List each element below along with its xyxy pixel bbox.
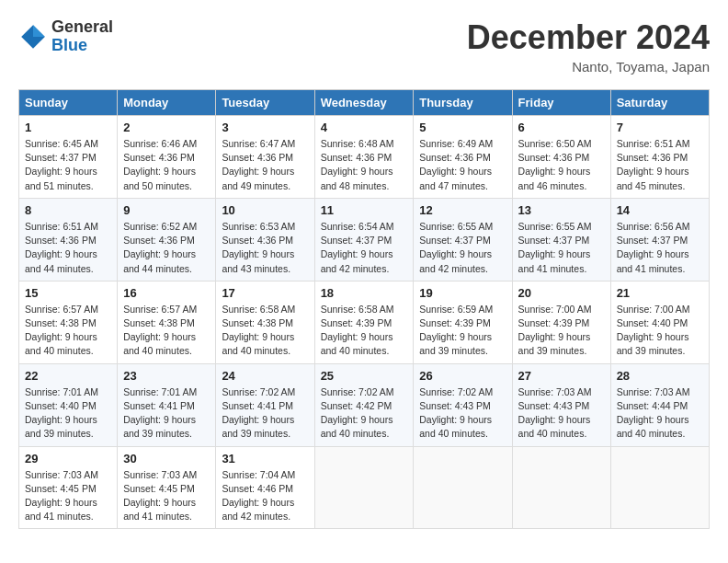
day-info: Sunrise: 7:03 AMSunset: 4:45 PMDaylight:… [25,468,111,524]
day-number: 3 [222,121,308,134]
calendar-week-row: 22Sunrise: 7:01 AMSunset: 4:40 PMDayligh… [19,363,710,446]
day-info: Sunrise: 6:50 AMSunset: 4:36 PMDaylight:… [518,137,605,193]
empty-cell [610,446,709,529]
empty-cell [314,446,414,529]
weekday-header: Wednesday [314,90,414,116]
day-info: Sunrise: 6:46 AMSunset: 4:36 PMDaylight:… [123,137,210,193]
calendar-day-cell: 8Sunrise: 6:51 AMSunset: 4:36 PMDaylight… [19,198,118,281]
day-info: Sunrise: 6:56 AMSunset: 4:37 PMDaylight:… [617,220,703,276]
calendar-day-cell: 30Sunrise: 7:03 AMSunset: 4:45 PMDayligh… [118,446,216,529]
calendar-day-cell: 5Sunrise: 6:49 AMSunset: 4:36 PMDaylight… [414,116,512,199]
calendar-week-row: 15Sunrise: 6:57 AMSunset: 4:38 PMDayligh… [19,281,710,363]
calendar-day-cell: 27Sunrise: 7:03 AMSunset: 4:43 PMDayligh… [512,363,610,446]
day-info: Sunrise: 7:02 AMSunset: 4:41 PMDaylight:… [222,385,308,442]
calendar-day-cell: 29Sunrise: 7:03 AMSunset: 4:45 PMDayligh… [19,446,118,529]
calendar-day-cell: 1Sunrise: 6:45 AMSunset: 4:37 PMDaylight… [19,116,118,199]
day-info: Sunrise: 7:00 AMSunset: 4:39 PMDaylight:… [518,303,605,359]
day-number: 24 [222,369,308,383]
day-info: Sunrise: 6:49 AMSunset: 4:36 PMDaylight:… [419,137,506,193]
day-info: Sunrise: 6:58 AMSunset: 4:38 PMDaylight:… [222,303,308,359]
day-number: 2 [123,121,210,134]
calendar-day-cell: 21Sunrise: 7:00 AMSunset: 4:40 PMDayligh… [610,281,709,363]
day-info: Sunrise: 6:57 AMSunset: 4:38 PMDaylight:… [25,303,111,359]
day-info: Sunrise: 7:01 AMSunset: 4:41 PMDaylight:… [123,385,210,442]
day-number: 21 [617,286,703,300]
day-info: Sunrise: 6:55 AMSunset: 4:37 PMDaylight:… [518,220,605,276]
day-number: 10 [222,203,308,217]
day-number: 13 [518,203,605,217]
calendar-day-cell: 19Sunrise: 6:59 AMSunset: 4:39 PMDayligh… [414,281,512,363]
calendar-week-row: 29Sunrise: 7:03 AMSunset: 4:45 PMDayligh… [19,446,710,529]
calendar-day-cell: 17Sunrise: 6:58 AMSunset: 4:38 PMDayligh… [216,281,314,363]
day-info: Sunrise: 6:54 AMSunset: 4:37 PMDaylight:… [321,220,408,276]
day-number: 5 [419,121,506,134]
day-info: Sunrise: 7:03 AMSunset: 4:43 PMDaylight:… [518,385,605,442]
day-info: Sunrise: 6:55 AMSunset: 4:37 PMDaylight:… [419,220,506,276]
calendar-table: SundayMondayTuesdayWednesdayThursdayFrid… [18,89,710,529]
day-number: 23 [123,369,210,383]
day-number: 16 [123,286,210,300]
day-number: 17 [222,286,308,300]
day-number: 26 [419,369,506,383]
day-info: Sunrise: 7:04 AMSunset: 4:46 PMDaylight:… [222,468,308,524]
calendar-day-cell: 13Sunrise: 6:55 AMSunset: 4:37 PMDayligh… [512,198,610,281]
calendar-header-row: SundayMondayTuesdayWednesdayThursdayFrid… [19,90,710,116]
day-info: Sunrise: 6:58 AMSunset: 4:39 PMDaylight:… [321,303,408,359]
day-info: Sunrise: 6:45 AMSunset: 4:37 PMDaylight:… [25,137,111,193]
day-info: Sunrise: 7:02 AMSunset: 4:43 PMDaylight:… [419,385,506,442]
calendar-day-cell: 3Sunrise: 6:47 AMSunset: 4:36 PMDaylight… [216,116,314,199]
calendar-day-cell: 12Sunrise: 6:55 AMSunset: 4:37 PMDayligh… [414,198,512,281]
day-number: 25 [321,369,408,383]
day-info: Sunrise: 6:59 AMSunset: 4:39 PMDaylight:… [419,303,506,359]
calendar-day-cell: 23Sunrise: 7:01 AMSunset: 4:41 PMDayligh… [118,363,216,446]
day-info: Sunrise: 7:03 AMSunset: 4:45 PMDaylight:… [123,468,210,524]
day-info: Sunrise: 7:02 AMSunset: 4:42 PMDaylight:… [321,385,408,442]
calendar-day-cell: 16Sunrise: 6:57 AMSunset: 4:38 PMDayligh… [118,281,216,363]
calendar-day-cell: 25Sunrise: 7:02 AMSunset: 4:42 PMDayligh… [314,363,414,446]
logo-text: General Blue [51,18,113,55]
day-info: Sunrise: 6:51 AMSunset: 4:36 PMDaylight:… [617,137,703,193]
day-number: 14 [617,203,703,217]
day-number: 15 [25,286,111,300]
day-info: Sunrise: 7:03 AMSunset: 4:44 PMDaylight:… [617,385,703,442]
page-header: General Blue December 2024 Nanto, Toyama… [18,18,710,75]
day-number: 9 [123,203,210,217]
logo-icon [18,22,48,52]
day-number: 11 [321,203,408,217]
svg-marker-1 [33,25,45,37]
title-block: December 2024 Nanto, Toyama, Japan [467,18,710,75]
calendar-day-cell: 14Sunrise: 6:56 AMSunset: 4:37 PMDayligh… [610,198,709,281]
calendar-day-cell: 7Sunrise: 6:51 AMSunset: 4:36 PMDaylight… [610,116,709,199]
calendar-day-cell: 20Sunrise: 7:00 AMSunset: 4:39 PMDayligh… [512,281,610,363]
calendar-day-cell: 6Sunrise: 6:50 AMSunset: 4:36 PMDaylight… [512,116,610,199]
day-number: 31 [222,452,308,465]
empty-cell [512,446,610,529]
day-info: Sunrise: 6:57 AMSunset: 4:38 PMDaylight:… [123,303,210,359]
calendar-day-cell: 26Sunrise: 7:02 AMSunset: 4:43 PMDayligh… [414,363,512,446]
empty-cell [414,446,512,529]
day-info: Sunrise: 6:51 AMSunset: 4:36 PMDaylight:… [25,220,111,276]
weekday-header: Thursday [414,90,512,116]
calendar-day-cell: 2Sunrise: 6:46 AMSunset: 4:36 PMDaylight… [118,116,216,199]
day-number: 12 [419,203,506,217]
day-number: 4 [321,121,408,134]
calendar-day-cell: 28Sunrise: 7:03 AMSunset: 4:44 PMDayligh… [610,363,709,446]
calendar-day-cell: 31Sunrise: 7:04 AMSunset: 4:46 PMDayligh… [216,446,314,529]
day-number: 20 [518,286,605,300]
day-info: Sunrise: 6:47 AMSunset: 4:36 PMDaylight:… [222,137,308,193]
day-number: 27 [518,369,605,383]
day-info: Sunrise: 6:52 AMSunset: 4:36 PMDaylight:… [123,220,210,276]
calendar-day-cell: 4Sunrise: 6:48 AMSunset: 4:36 PMDaylight… [314,116,414,199]
calendar-day-cell: 15Sunrise: 6:57 AMSunset: 4:38 PMDayligh… [19,281,118,363]
day-number: 6 [518,121,605,134]
calendar-week-row: 8Sunrise: 6:51 AMSunset: 4:36 PMDaylight… [19,198,710,281]
calendar-day-cell: 10Sunrise: 6:53 AMSunset: 4:36 PMDayligh… [216,198,314,281]
calendar-day-cell: 9Sunrise: 6:52 AMSunset: 4:36 PMDaylight… [118,198,216,281]
location: Nanto, Toyama, Japan [467,59,710,75]
weekday-header: Tuesday [216,90,314,116]
calendar-day-cell: 11Sunrise: 6:54 AMSunset: 4:37 PMDayligh… [314,198,414,281]
day-number: 30 [123,452,210,465]
calendar-day-cell: 18Sunrise: 6:58 AMSunset: 4:39 PMDayligh… [314,281,414,363]
day-number: 8 [25,203,111,217]
weekday-header: Saturday [610,90,709,116]
